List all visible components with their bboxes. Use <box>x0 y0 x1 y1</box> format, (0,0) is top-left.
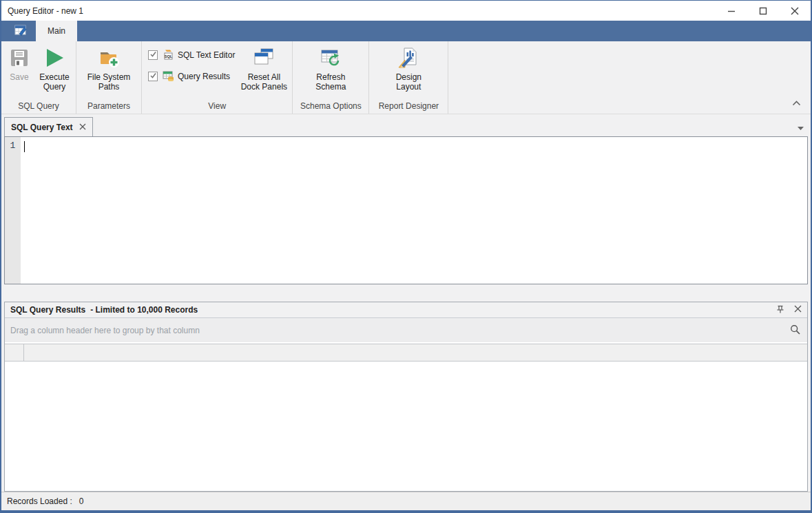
records-loaded-value: 0 <box>79 496 84 506</box>
results-panel-title: SQL Query Results <box>10 305 85 315</box>
group-caption-sql-query: SQL Query <box>3 100 74 114</box>
green-play-icon <box>43 47 65 69</box>
results-grid <box>5 342 807 491</box>
ribbon: Save Execute Query SQL Query <box>1 41 811 114</box>
sql-text-editor[interactable]: 1 <box>4 136 808 284</box>
doc-tab-label: SQL Query Text <box>11 123 73 132</box>
ribbon-group-sql-query: Save Execute Query SQL Query <box>1 41 76 114</box>
design-layout-button[interactable]: Design Layout <box>384 41 433 92</box>
close-icon <box>791 7 799 15</box>
line-number-gutter: 1 <box>5 137 21 284</box>
minimize-button[interactable] <box>716 1 747 21</box>
execute-query-label: Execute Query <box>39 72 69 92</box>
sql-text-editor-checkbox[interactable] <box>148 50 158 60</box>
query-results-label: Query Results <box>178 72 230 81</box>
tab-list-dropdown-button[interactable] <box>798 123 804 132</box>
close-button[interactable] <box>779 1 811 21</box>
query-results-toggle[interactable]: Query Results <box>148 65 235 87</box>
page-chart-pencil-icon <box>397 47 419 69</box>
document-tab-strip: SQL Query Text <box>1 114 811 136</box>
close-icon <box>794 305 802 315</box>
row-indicator-header-cell <box>5 344 24 361</box>
folder-add-icon <box>98 47 120 69</box>
ribbon-tab-main[interactable]: Main <box>36 21 77 41</box>
app-menu-button[interactable] <box>6 21 36 41</box>
line-number: 1 <box>10 140 16 151</box>
sql-text-editor-label: SQL Text Editor <box>178 50 235 60</box>
records-loaded-label: Records Loaded : <box>7 496 72 506</box>
design-layout-label: Design Layout <box>396 72 421 92</box>
empty-column-header[interactable] <box>24 344 807 361</box>
pin-icon <box>775 306 785 316</box>
query-results-checkbox[interactable] <box>148 72 158 81</box>
ribbon-tab-label: Main <box>48 26 65 36</box>
tab-sql-query-text[interactable]: SQL Query Text <box>4 117 93 136</box>
title-bar: Query Editor - new 1 <box>1 1 811 21</box>
dock-panels-icon <box>253 47 275 69</box>
maximize-button[interactable] <box>747 1 779 21</box>
query-results-grid-icon <box>163 70 174 82</box>
ribbon-group-parameters: File System Paths Parameters <box>76 41 142 114</box>
refresh-schema-label: Refresh Schema <box>315 72 346 92</box>
reset-dock-panels-label: Reset All Dock Panels <box>241 72 287 92</box>
group-caption-report-designer: Report Designer <box>371 100 446 114</box>
pin-panel-button[interactable] <box>775 304 785 316</box>
close-panel-button[interactable] <box>794 305 802 315</box>
collapse-ribbon-button[interactable] <box>792 98 801 108</box>
file-system-paths-button[interactable]: File System Paths <box>79 41 139 92</box>
group-caption-parameters: Parameters <box>79 100 139 114</box>
ribbon-group-schema-options: Refresh Schema Schema Options <box>293 41 369 114</box>
ribbon-group-view: SQL SQL Text Editor <box>142 41 293 114</box>
window-controls <box>716 1 811 21</box>
group-by-box[interactable]: Drag a column header here to group by th… <box>5 318 807 342</box>
search-icon <box>790 328 801 337</box>
sql-text-editor-icon: SQL <box>163 49 174 61</box>
grid-header-row <box>5 344 807 362</box>
table-refresh-icon <box>320 47 342 69</box>
tab-close-icon[interactable] <box>79 123 86 132</box>
group-caption-schema-options: Schema Options <box>295 100 366 114</box>
query-editor-window: Query Editor - new 1 <box>0 0 812 513</box>
group-by-hint: Drag a column header here to group by th… <box>10 326 200 335</box>
sql-text-editor-toggle[interactable]: SQL SQL Text Editor <box>148 44 235 65</box>
window-title: Query Editor - new 1 <box>8 6 83 16</box>
floppy-disk-icon <box>8 47 30 69</box>
reset-dock-panels-button[interactable]: Reset All Dock Panels <box>238 41 290 92</box>
results-panel-header: SQL Query Results - Limited to 10,000 Re… <box>5 302 807 318</box>
group-caption-view: View <box>144 100 290 114</box>
ribbon-group-report-designer: Design Layout Report Designer <box>369 41 448 114</box>
save-button-label: Save <box>10 72 28 82</box>
text-caret <box>24 141 25 152</box>
refresh-schema-button[interactable]: Refresh Schema <box>306 41 355 92</box>
results-limit-note: - Limited to 10,000 Records <box>90 305 198 315</box>
chevron-up-icon <box>792 98 801 108</box>
chevron-down-icon <box>798 123 804 132</box>
sql-query-results-panel: SQL Query Results - Limited to 10,000 Re… <box>4 302 808 492</box>
execute-query-button[interactable]: Execute Query <box>35 41 74 92</box>
check-icon <box>149 72 157 81</box>
ribbon-tab-bar: Main <box>1 21 811 41</box>
table-edit-icon <box>14 23 28 39</box>
minimize-icon <box>727 7 736 15</box>
search-button[interactable] <box>790 324 801 337</box>
maximize-icon <box>759 7 767 15</box>
file-system-paths-label: File System Paths <box>87 72 131 92</box>
check-icon <box>149 50 157 60</box>
grid-body[interactable] <box>5 362 807 491</box>
save-button[interactable]: Save <box>3 41 35 82</box>
svg-text:SQL: SQL <box>165 54 173 59</box>
status-bar: Records Loaded : 0 <box>1 492 811 510</box>
